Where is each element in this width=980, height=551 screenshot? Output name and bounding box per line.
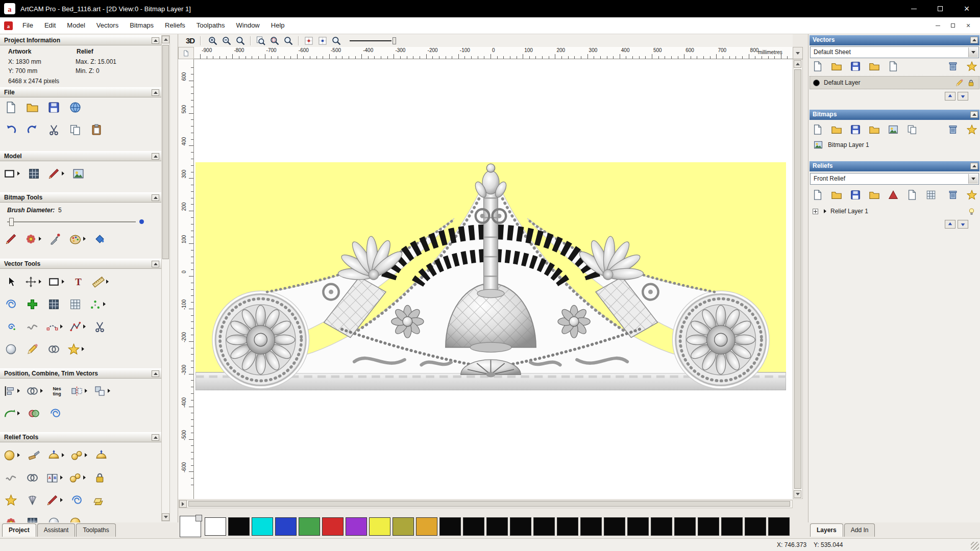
collapse-bitmap-tools-button[interactable]: [152, 194, 159, 201]
center-in-page-icon[interactable]: [26, 383, 43, 398]
undo-icon[interactable]: [3, 122, 18, 137]
relief-layer-expander[interactable]: [813, 209, 818, 214]
flyout-arrow-icon[interactable]: [40, 389, 43, 393]
palette-color-swatch[interactable]: [322, 517, 344, 536]
create-polyline-icon[interactable]: [3, 319, 18, 334]
flyout-arrow-icon[interactable]: [60, 324, 63, 329]
panel-scroll-down-button[interactable]: [162, 513, 169, 521]
flyout-arrow-icon[interactable]: [82, 347, 84, 351]
palette-color-swatch[interactable]: [486, 517, 508, 536]
paint-selective-icon[interactable]: [24, 231, 41, 246]
save-vector-layer-icon[interactable]: [849, 60, 862, 73]
join-vectors-icon[interactable]: [3, 406, 20, 421]
zoom-objects-icon[interactable]: [282, 35, 295, 47]
move-vector-layer-down-button[interactable]: [958, 92, 968, 101]
palette-color-swatch[interactable]: [393, 517, 414, 536]
fade-relief-icon[interactable]: [24, 492, 40, 508]
palette-color-swatch[interactable]: [205, 517, 226, 536]
bitmap-layer-row[interactable]: Bitmap Layer 1: [810, 138, 979, 152]
h-ruler[interactable]: millimetres -900-800-700-600-500-400-300…: [194, 47, 793, 59]
flyout-arrow-icon[interactable]: [17, 411, 20, 415]
tab-add-in[interactable]: Add In: [844, 523, 875, 537]
flyout-arrow-icon[interactable]: [83, 324, 86, 329]
vector-doctor-icon[interactable]: [3, 296, 18, 312]
paste-along-curve-icon[interactable]: [67, 296, 83, 312]
pane-split-button[interactable]: [179, 500, 187, 508]
texture-relief-icon[interactable]: [24, 470, 40, 485]
new-model-icon[interactable]: [3, 99, 18, 115]
vertical-scroll-thumb[interactable]: [794, 69, 801, 489]
palette-color-swatch[interactable]: [416, 517, 437, 536]
load-image-icon[interactable]: [70, 166, 86, 181]
measure-tool-icon[interactable]: [92, 274, 109, 289]
vector-layer-color-swatch[interactable]: [813, 80, 820, 86]
shape-from-vectors-icon[interactable]: [69, 470, 86, 485]
palette-color-swatch[interactable]: [721, 517, 743, 536]
zoom-in-icon[interactable]: [206, 35, 219, 47]
offset-relief-icon[interactable]: [90, 492, 106, 508]
line-width-handle[interactable]: [393, 37, 396, 44]
vertical-scrollbar[interactable]: [793, 59, 803, 499]
flyout-arrow-icon[interactable]: [85, 453, 87, 457]
flyout-arrow-icon[interactable]: [39, 280, 41, 284]
collapse-project-info-button[interactable]: [152, 37, 159, 44]
create-star-icon[interactable]: [67, 341, 84, 357]
scroll-up-button[interactable]: [794, 60, 801, 68]
model-annotate-icon[interactable]: [47, 166, 64, 181]
distribute-points-icon[interactable]: [89, 296, 106, 312]
flyout-arrow-icon[interactable]: [60, 498, 63, 502]
horizontal-scroll-thumb[interactable]: [188, 501, 790, 507]
menu-window[interactable]: Window: [231, 17, 265, 34]
merge-bitmap-layers-icon[interactable]: [905, 123, 919, 136]
align-vectors-icon[interactable]: [3, 383, 20, 398]
palette-color-swatch[interactable]: [510, 517, 531, 536]
two-rail-sweep-icon[interactable]: [3, 515, 18, 522]
zoom-box-icon[interactable]: [268, 35, 281, 47]
bitmap-layer-options-icon[interactable]: [965, 123, 978, 136]
move-relief-layer-down-button[interactable]: [958, 220, 968, 229]
create-arc-icon[interactable]: [46, 319, 63, 334]
mdi-restore-button[interactable]: [946, 20, 960, 31]
ruler-options-button[interactable]: [793, 47, 803, 59]
new-relief-layer-icon[interactable]: [811, 188, 824, 202]
select-vectors-icon[interactable]: [3, 274, 18, 289]
new-vector-layer-icon[interactable]: [811, 60, 824, 73]
sheet-selector[interactable]: Default Sheet: [810, 46, 979, 58]
smooth-relief-icon[interactable]: [47, 447, 64, 463]
menu-edit[interactable]: Edit: [39, 17, 61, 34]
export-relief-icon[interactable]: [905, 188, 919, 202]
create-freehand-curve-icon[interactable]: [24, 319, 40, 334]
collapse-bitmaps-panel-button[interactable]: [970, 111, 978, 118]
extrude-relief-icon[interactable]: [46, 515, 61, 522]
palette-color-swatch[interactable]: [745, 517, 766, 536]
tab-layers[interactable]: Layers: [810, 523, 843, 537]
zoom-fit-page-icon[interactable]: [254, 35, 267, 47]
v-ruler[interactable]: 6005004003002001000-100-200-300-400-500-…: [178, 59, 194, 499]
primary-color-swatch[interactable]: [180, 516, 201, 537]
minimize-button[interactable]: [900, 0, 927, 17]
zoom-previous-icon[interactable]: [234, 35, 247, 47]
paint-relief-icon[interactable]: [46, 492, 63, 508]
flyout-arrow-icon[interactable]: [17, 171, 20, 176]
flyout-arrow-icon[interactable]: [85, 389, 87, 393]
palette-color-swatch[interactable]: [627, 517, 649, 536]
menu-toolpaths[interactable]: Toolpaths: [191, 17, 231, 34]
slice-vectors-icon[interactable]: [47, 406, 63, 421]
save-relief-layer-icon[interactable]: [849, 188, 862, 202]
delete-relief-layer-icon[interactable]: [946, 188, 960, 202]
palette-color-swatch[interactable]: [439, 517, 461, 536]
ruler-corner-button[interactable]: [178, 47, 194, 59]
snap-grid-toggle-icon[interactable]: [302, 35, 315, 47]
collapse-reliefs-panel-button[interactable]: [970, 163, 978, 169]
panel-scroll-thumb[interactable]: [162, 45, 169, 259]
open-model-icon[interactable]: [24, 99, 40, 115]
relief-layer-visibility-icon[interactable]: [966, 206, 976, 216]
mirror-vectors-icon[interactable]: [70, 383, 87, 398]
add-subtract-relief-icon[interactable]: [70, 447, 87, 463]
relief-from-image-icon[interactable]: [46, 470, 63, 485]
bitmap-preview-icon[interactable]: [887, 123, 900, 136]
node-editing-icon[interactable]: [24, 296, 40, 312]
save-bitmap-layer-icon[interactable]: [849, 123, 862, 136]
color-palette-icon[interactable]: [69, 231, 86, 246]
collapse-model-section-button[interactable]: [152, 153, 159, 160]
